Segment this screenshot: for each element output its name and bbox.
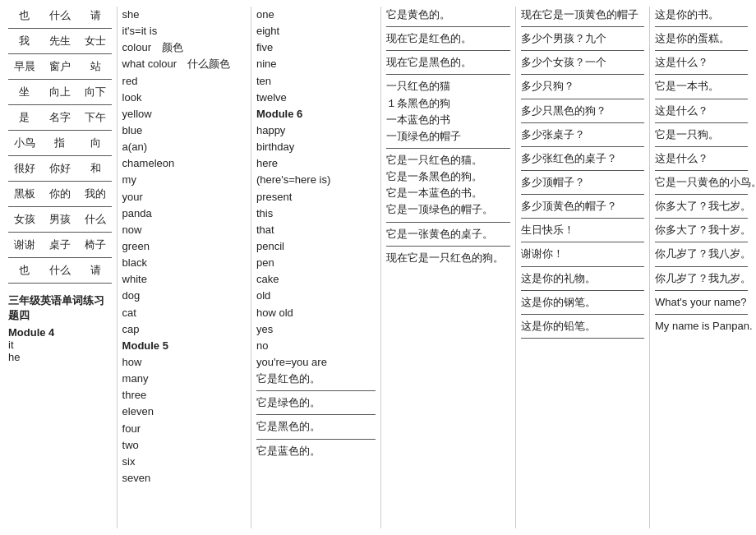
word-how-old: how old <box>256 305 376 321</box>
sentence-your-pen: 这是你的钢笔。 <box>521 294 644 311</box>
sentence-how-old-9: 你几岁了？我九岁。 <box>655 270 748 287</box>
word-here: here <box>256 155 376 172</box>
module6-label: Module 6 <box>256 106 376 122</box>
sentence-your-pencil: 这是你的铅笔。 <box>521 318 644 334</box>
word-four: four <box>122 421 246 437</box>
word-he: he <box>8 351 112 363</box>
grid-cell: 什么 <box>44 261 76 279</box>
grid-cell: 小鸟 <box>8 134 40 152</box>
word-it: it <box>8 339 112 351</box>
word-seven: seven <box>122 470 246 487</box>
grid-cell: 是 <box>8 108 40 127</box>
bottom-title: 三年级英语单词练习题四 <box>8 293 112 323</box>
word-six: six <box>122 454 246 470</box>
word-chameleon: chameleon <box>122 155 246 172</box>
column-6: 这是你的书。 这是你的蛋糕。 这是什么？ 它是一本书。 这是什么？ 它是一只狗。… <box>650 7 753 528</box>
phrase-green-hat: 一顶绿色的帽子 <box>386 128 509 145</box>
word-ten: ten <box>256 73 376 90</box>
grid-row-2: 我 先生 女士 <box>8 32 112 50</box>
sentence-now-red-dog: 现在它是一只红色的狗。 <box>386 250 509 266</box>
sentence-blue-book: 它是一本蓝色的书。 <box>386 185 509 201</box>
grid-cell: 椅子 <box>79 236 111 254</box>
grid-cell: 坐 <box>8 83 40 101</box>
sentence-its-a-dog: 它是一只狗。 <box>655 127 748 143</box>
sentence-your-book: 这是你的书。 <box>655 7 748 23</box>
word-that: that <box>256 222 376 238</box>
phrase-blue-book: 一本蓝色的书 <box>386 112 509 128</box>
grid-row-10: 谢谢 桌子 椅子 <box>8 236 112 254</box>
grid-cell: 也 <box>8 261 40 279</box>
column-5: 现在它是一顶黄色的帽子 多少个男孩？九个 多少个女孩？一个 多少只狗？ 多少只黑… <box>516 7 650 528</box>
column-3: one eight five nine ten twelve Module 6 … <box>251 7 381 528</box>
word-blue: blue <box>122 122 246 139</box>
word-two: two <box>122 437 246 454</box>
grid-cell: 向下 <box>79 83 111 101</box>
grid-row-1: 也 什么 请 <box>8 7 112 25</box>
grid-cell: 女士 <box>79 32 111 50</box>
sentence-now-yellow-hat: 现在它是一顶黄色的帽子 <box>521 7 644 23</box>
word-twelve: twelve <box>256 90 376 106</box>
grid-cell: 谢谢 <box>8 236 40 254</box>
sentence-my-name-panpan: My name is Panpan. <box>655 318 748 334</box>
page: 也 什么 请 我 先生 女士 早晨 窗户 站 坐 向上 向下 <box>0 0 756 535</box>
sentence-your-gift: 这是你的礼物。 <box>521 270 644 287</box>
sentence-red-cat: 它是一只红色的猫。 <box>386 152 509 168</box>
grid-cell: 窗户 <box>44 58 76 76</box>
column-2: she it's=it is colour 颜色 what colour 什么颜… <box>118 7 251 528</box>
sentence-how-many-tables: 多少张桌子？ <box>521 127 644 143</box>
grid-cell: 我的 <box>79 185 111 203</box>
sentence-how-many-yellow-hats: 多少顶黄色的帽子？ <box>521 198 644 214</box>
grid-cell: 下午 <box>79 108 111 127</box>
grid-cell: 黑板 <box>8 185 40 203</box>
sentence-black-dog: 它是一条黑色的狗。 <box>386 168 509 185</box>
grid-row-9: 女孩 男孩 什么 <box>8 210 112 228</box>
sentence-whats-your-name: What's your name? <box>655 294 748 311</box>
word-cake: cake <box>256 271 376 288</box>
word-heres: (here's=here is) <box>256 172 376 188</box>
sentence-thank-you: 谢谢你！ <box>521 246 644 262</box>
sentence-how-many-dogs: 多少只狗？ <box>521 78 644 95</box>
grid-row-8: 黑板 你的 我的 <box>8 185 112 203</box>
word-colour: colour 颜色 <box>122 39 246 56</box>
grid-row-5: 是 名字 下午 <box>8 108 112 127</box>
grid-cell: 向 <box>79 134 111 152</box>
word-my: my <box>122 172 246 188</box>
grid-cell: 站 <box>79 58 111 76</box>
module5-label: Module 5 <box>122 338 246 354</box>
grid-row-6: 小鸟 指 向 <box>8 134 112 152</box>
grid-cell: 也 <box>8 7 40 25</box>
word-pencil: pencil <box>256 238 376 255</box>
grid-cell: 桌子 <box>44 236 76 254</box>
sentence-how-old-8: 你几岁了？我八岁。 <box>655 246 748 262</box>
sentence-how-many-black-dogs: 多少只黑色的狗？ <box>521 103 644 119</box>
grid-cell: 请 <box>79 261 111 279</box>
grid-cell: 你的 <box>44 185 76 203</box>
word-yellow: yellow <box>122 106 246 122</box>
sentence-yellow-bird: 它是一只黄色的小鸟。 <box>655 174 748 191</box>
grid-row-4: 坐 向上 向下 <box>8 83 112 101</box>
grid-cell: 你好 <box>44 159 76 178</box>
sentence-green-hat: 它是一顶绿色的帽子。 <box>386 201 509 218</box>
grid-cell: 名字 <box>44 108 76 127</box>
sentence-happy-birthday: 生日快乐！ <box>521 222 644 238</box>
word-black: black <box>122 255 246 271</box>
grid-cell: 指 <box>44 134 76 152</box>
word-birthday: birthday <box>256 139 376 155</box>
grid-cell: 和 <box>79 159 111 178</box>
sentence-how-old-10: 你多大了？我十岁。 <box>655 222 748 238</box>
sentence-black: 它是黑色的。 <box>256 418 376 435</box>
sentence-yellow: 它是黄色的。 <box>386 7 509 23</box>
sentence-green: 它是绿色的。 <box>256 394 376 411</box>
column-4: 它是黄色的。 现在它是红色的。 现在它是黑色的。 一只红色的猫 １条黑色的狗 一… <box>381 7 515 528</box>
sentence-how-many-girls: 多少个女孩？一个 <box>521 54 644 71</box>
module-label: Module 4 <box>8 326 112 339</box>
grid-cell: 我 <box>8 32 40 50</box>
word-old: old <box>256 288 376 304</box>
sentence-blue: 它是蓝色的。 <box>256 443 376 459</box>
grid-cell: 先生 <box>44 32 76 50</box>
grid-cell: 什么 <box>44 7 76 25</box>
word-five: five <box>256 39 376 56</box>
word-this: this <box>256 205 376 222</box>
word-your: your <box>122 189 246 205</box>
grid-cell: 早晨 <box>8 58 40 76</box>
